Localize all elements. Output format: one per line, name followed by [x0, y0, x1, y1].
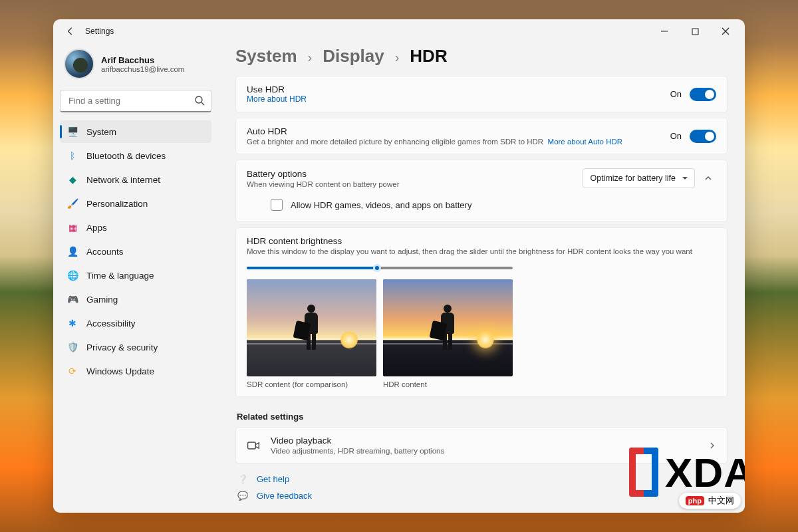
sdr-preview: SDR content (for comparison) — [247, 279, 376, 388]
nav-label: Network & internet — [86, 175, 160, 185]
xda-watermark: XDA — [629, 448, 745, 497]
brightness-card: HDR content brightness Move this window … — [235, 227, 728, 397]
minimize-button[interactable] — [649, 21, 680, 42]
sidebar: Arif Bacchus arifbacchus19@live.com 🖥️Sy… — [53, 43, 218, 513]
maximize-icon — [692, 28, 699, 35]
allow-hdr-on-battery-checkbox[interactable] — [271, 199, 283, 211]
nav-list: 🖥️System ᛒBluetooth & devices ◆Network &… — [60, 120, 211, 382]
nav-privacy[interactable]: 🛡️Privacy & security — [60, 336, 211, 358]
php-badge-suffix: 中文网 — [708, 495, 734, 507]
svg-rect-2 — [248, 442, 256, 449]
system-icon: 🖥️ — [66, 126, 78, 138]
nav-system[interactable]: 🖥️System — [60, 120, 211, 143]
nav-label: Apps — [86, 223, 107, 233]
nav-label: Accessibility — [86, 319, 136, 329]
battery-title: Battery options — [247, 169, 583, 179]
more-about-hdr-link[interactable]: More about HDR — [247, 94, 670, 104]
accessibility-icon: ✱ — [66, 317, 78, 329]
slider-fill — [247, 267, 377, 269]
related-heading: Related settings — [237, 412, 728, 422]
watermark-text: XDA — [665, 449, 745, 496]
auto-hdr-state: On — [670, 131, 682, 141]
minimize-icon — [660, 27, 668, 35]
personalization-icon: 🖌️ — [66, 198, 78, 209]
collapse-button[interactable] — [704, 174, 716, 182]
auto-hdr-sub: Get a brighter and more detailed picture… — [247, 138, 670, 146]
nav-label: Windows Update — [86, 366, 154, 376]
video-icon — [247, 439, 260, 452]
nav-label: Gaming — [86, 295, 118, 305]
nav-time-language[interactable]: 🌐Time & language — [60, 264, 211, 287]
nav-accessibility[interactable]: ✱Accessibility — [60, 312, 211, 334]
nav-network[interactable]: ◆Network & internet — [60, 168, 211, 191]
php-badge: php 中文网 — [679, 493, 741, 509]
breadcrumb: System › Display › HDR — [235, 43, 728, 76]
profile-name: Arif Bacchus — [101, 55, 184, 65]
window-title: Settings — [85, 27, 114, 36]
nav-apps[interactable]: ▦Apps — [60, 216, 211, 239]
nav-label: Time & language — [86, 271, 154, 281]
battery-select[interactable]: Optimize for battery life — [583, 168, 695, 188]
use-hdr-title: Use HDR — [247, 84, 670, 94]
titlebar: Settings — [53, 19, 745, 43]
apps-icon: ▦ — [66, 221, 78, 233]
battery-select-value: Optimize for battery life — [590, 174, 676, 183]
main-content: System › Display › HDR Use HDR More abou… — [218, 43, 745, 513]
get-help-label: Get help — [257, 474, 289, 484]
nav-label: Accounts — [86, 247, 124, 257]
use-hdr-state: On — [670, 89, 682, 99]
give-feedback-label: Give feedback — [257, 491, 312, 501]
nav-accounts[interactable]: 👤Accounts — [60, 240, 211, 263]
time-language-icon: 🌐 — [66, 269, 78, 281]
hdr-caption: HDR content — [383, 380, 513, 388]
use-hdr-card: Use HDR More about HDR On — [235, 76, 728, 112]
auto-hdr-toggle[interactable] — [690, 130, 716, 143]
php-badge-prefix: php — [686, 496, 704, 505]
privacy-icon: 🛡️ — [66, 341, 78, 353]
auto-hdr-desc: Get a brighter and more detailed picture… — [247, 138, 543, 146]
auto-hdr-title: Auto HDR — [247, 126, 670, 136]
use-hdr-toggle[interactable] — [690, 88, 716, 101]
profile-email: arifbacchus19@live.com — [101, 65, 184, 73]
avatar — [64, 49, 94, 79]
network-icon: ◆ — [66, 174, 78, 186]
nav-personalization[interactable]: 🖌️Personalization — [60, 192, 211, 215]
nav-label: Privacy & security — [86, 342, 158, 352]
sdr-caption: SDR content (for comparison) — [247, 380, 376, 388]
sdr-preview-image — [247, 279, 376, 376]
help-icon: ❔ — [237, 474, 249, 484]
more-about-autohdr-link[interactable]: More about Auto HDR — [548, 138, 623, 146]
update-icon: ⟳ — [66, 365, 78, 377]
video-title: Video playback — [271, 436, 698, 446]
search-input[interactable] — [60, 90, 211, 112]
bracket-icon — [629, 448, 658, 497]
search-box — [60, 90, 211, 112]
chevron-up-icon — [704, 174, 712, 182]
bluetooth-icon: ᛒ — [66, 150, 78, 162]
window-controls — [649, 21, 741, 42]
search-icon — [194, 95, 205, 106]
hdr-preview-image — [383, 279, 513, 376]
nav-label: Bluetooth & devices — [86, 151, 166, 161]
brightness-previews: SDR content (for comparison) HDR content — [247, 279, 716, 388]
settings-window: Settings Arif Bacchus arifbacchus19@live… — [53, 19, 745, 513]
nav-gaming[interactable]: 🎮Gaming — [60, 288, 211, 311]
maximize-button[interactable] — [680, 21, 710, 42]
arrow-left-icon — [66, 27, 75, 36]
nav-bluetooth[interactable]: ᛒBluetooth & devices — [60, 144, 211, 167]
nav-label: System — [86, 127, 116, 137]
close-button[interactable] — [710, 21, 741, 42]
svg-point-1 — [196, 96, 202, 103]
nav-windows-update[interactable]: ⟳Windows Update — [60, 360, 211, 382]
breadcrumb-display[interactable]: Display — [323, 46, 384, 66]
breadcrumb-system[interactable]: System — [235, 46, 297, 66]
profile-block[interactable]: Arif Bacchus arifbacchus19@live.com — [60, 45, 211, 88]
chevron-right-icon: › — [395, 50, 400, 65]
accounts-icon: 👤 — [66, 245, 78, 257]
slider-thumb[interactable] — [373, 264, 381, 272]
back-button[interactable] — [61, 22, 80, 41]
battery-options-card: Battery options When viewing HDR content… — [235, 160, 728, 222]
hdr-preview: HDR content — [383, 279, 513, 388]
battery-sub: When viewing HDR content on battery powe… — [247, 180, 583, 188]
brightness-slider[interactable] — [247, 263, 513, 273]
